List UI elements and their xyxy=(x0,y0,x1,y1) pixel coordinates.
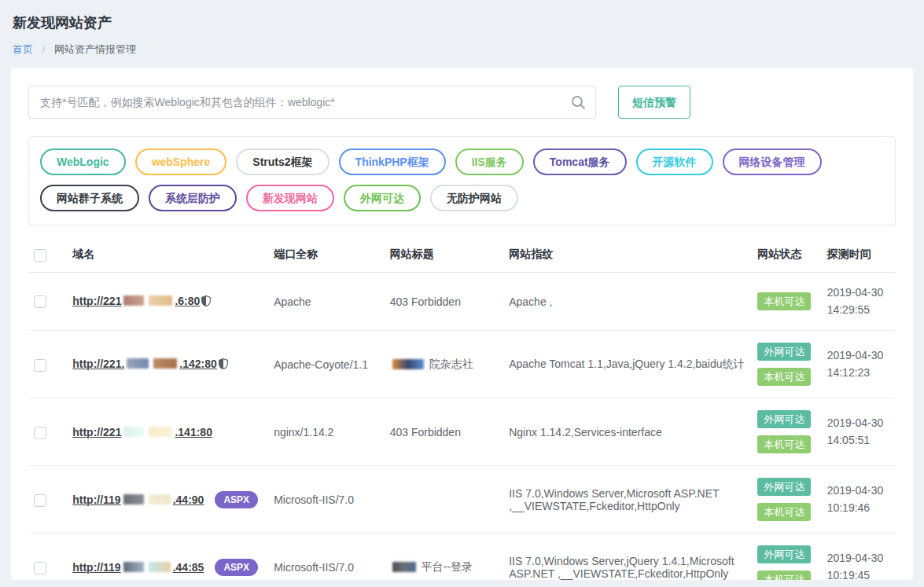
filter-tag[interactable]: 网站群子系统 xyxy=(40,185,139,211)
filter-tag[interactable]: IIS服务 xyxy=(455,149,524,175)
status-badge: 外网可达 xyxy=(757,478,811,496)
detect-time-cell: 2019-04-30 14:12:23 xyxy=(827,331,896,398)
fingerprint-cell: IIS 7.0,Windows Server,jQuery 1.4.1,Micr… xyxy=(509,534,757,580)
row-checkbox[interactable] xyxy=(34,427,46,439)
redacted-text xyxy=(127,358,149,369)
breadcrumb-separator: / xyxy=(42,43,46,55)
row-checkbox[interactable] xyxy=(34,295,46,308)
search-input[interactable] xyxy=(28,86,596,119)
column-header: 探测时间 xyxy=(827,238,896,273)
redacted-text xyxy=(123,427,144,437)
site-status-cell: 外网可达本机可达 xyxy=(757,398,826,466)
site-title-cell: 403 Forbidden xyxy=(390,398,510,466)
filter-tag[interactable]: 网络设备管理 xyxy=(723,149,822,175)
table-row: http://221..142:80Apache-Coyote/1.1院杂志社A… xyxy=(28,331,896,398)
filter-tag[interactable]: 新发现网站 xyxy=(246,185,334,211)
column-header: 网站状态 xyxy=(757,238,826,273)
fingerprint-cell: Apache Tomcat 1.1,Java,jQuery 1.4.2,baid… xyxy=(509,331,757,398)
table-row: http://221.6:80Apache403 ForbiddenApache… xyxy=(28,273,896,331)
table-row: http://119.44:90ASPXMicrosoft-IIS/7.0IIS… xyxy=(28,466,896,534)
port-name-cell: Apache-Coyote/1.1 xyxy=(274,331,390,398)
site-status-cell: 外网可达本机可达 xyxy=(757,466,826,534)
breadcrumb-home-link[interactable]: 首页 xyxy=(13,43,33,55)
redacted-text xyxy=(149,494,171,504)
site-status-cell: 外网可达本机可达 xyxy=(757,331,826,398)
breadcrumb-current: 网站资产情报管理 xyxy=(54,43,136,55)
column-header: 端口全称 xyxy=(274,238,390,273)
page-title: 新发现网站资产 xyxy=(13,13,911,32)
aspx-badge: ASPX xyxy=(215,559,258,576)
table-row: http://119.44:85ASPXMicrosoft-IIS/7.0平台-… xyxy=(28,534,896,580)
detect-time-cell: 2019-04-30 14:05:51 xyxy=(827,398,896,466)
site-title-cell: 平台--登录 xyxy=(390,534,510,580)
site-status-cell: 本机可达 xyxy=(757,273,826,331)
row-checkbox[interactable] xyxy=(34,494,46,507)
filter-tag[interactable]: 无防护网站 xyxy=(430,185,518,211)
redacted-text xyxy=(123,494,144,504)
detect-time-cell: 2019-04-30 10:19:46 xyxy=(827,466,896,534)
site-url-link[interactable]: http://119.44:85 xyxy=(72,561,204,574)
row-checkbox[interactable] xyxy=(34,359,46,372)
detect-time-cell: 2019-04-30 14:29:55 xyxy=(827,273,896,331)
site-url-link[interactable]: http://221.6:80 xyxy=(72,295,200,307)
assets-table: 域名端口全称网站标题网站指纹网站状态探测时间 http://221.6:80Ap… xyxy=(28,238,896,580)
search-row: 短信预警 xyxy=(28,86,896,119)
status-badge: 本机可达 xyxy=(757,503,811,521)
filter-tag[interactable]: 开源软件 xyxy=(636,149,713,175)
status-badge: 本机可达 xyxy=(757,570,811,580)
breadcrumb: 首页 / 网站资产情报管理 xyxy=(13,42,911,68)
status-badge: 本机可达 xyxy=(757,368,811,386)
redacted-text xyxy=(123,295,144,306)
redacted-text xyxy=(392,562,416,572)
redacted-text xyxy=(153,358,177,369)
status-badge: 外网可达 xyxy=(757,545,811,563)
table-header-row: 域名端口全称网站标题网站指纹网站状态探测时间 xyxy=(28,238,896,273)
filter-tag[interactable]: 系统层防护 xyxy=(149,185,237,211)
port-name-cell: Microsoft-IIS/7.0 xyxy=(274,534,390,580)
site-title-cell xyxy=(390,466,510,534)
column-header: 网站标题 xyxy=(390,238,510,273)
table-row: http://221.141:80nginx/1.14.2403 Forbidd… xyxy=(28,398,896,466)
status-badge: 外网可达 xyxy=(757,410,811,428)
site-title-cell: 院杂志社 xyxy=(390,331,510,398)
shield-icon xyxy=(219,358,228,372)
redacted-text xyxy=(392,359,424,369)
site-title-cell: 403 Forbidden xyxy=(390,273,510,331)
redacted-text xyxy=(123,562,144,572)
redacted-text xyxy=(149,427,172,437)
table-body: http://221.6:80Apache403 ForbiddenApache… xyxy=(28,273,896,581)
site-url-link[interactable]: http://119.44:90 xyxy=(72,493,204,506)
port-name-cell: Microsoft-IIS/7.0 xyxy=(274,466,390,534)
filter-tag[interactable]: ThinkPHP框架 xyxy=(339,149,446,175)
row-checkbox[interactable] xyxy=(34,562,46,574)
search-icon[interactable] xyxy=(570,94,586,110)
redacted-text xyxy=(149,295,172,306)
filter-tag[interactable]: 外网可达 xyxy=(344,185,421,211)
sms-alert-button[interactable]: 短信预警 xyxy=(618,86,690,119)
content-card: 短信预警 WebLogicwebSphereStruts2框架ThinkPHP框… xyxy=(11,68,913,580)
fingerprint-cell: IIS 7.0,Windows Server,Microsoft ASP.NET… xyxy=(509,466,757,534)
filter-tag[interactable]: Tomcat服务 xyxy=(533,149,627,175)
redacted-text xyxy=(149,562,171,572)
site-url-link[interactable]: http://221.141:80 xyxy=(72,426,212,438)
column-header: 网站指纹 xyxy=(509,238,757,273)
search-field-wrapper xyxy=(28,86,596,119)
fingerprint-cell: Apache , xyxy=(509,273,757,331)
filter-tags: WebLogicwebSphereStruts2框架ThinkPHP框架IIS服… xyxy=(28,136,896,226)
filter-tag[interactable]: Struts2框架 xyxy=(236,149,329,175)
site-status-cell: 外网可达本机可达 xyxy=(757,534,826,580)
select-all-checkbox[interactable] xyxy=(34,249,46,262)
column-header: 域名 xyxy=(72,238,274,273)
page-header: 新发现网站资产 首页 / 网站资产情报管理 xyxy=(0,0,924,68)
shield-icon xyxy=(201,295,211,309)
status-badge: 外网可达 xyxy=(757,343,811,361)
aspx-badge: ASPX xyxy=(215,491,258,508)
port-name-cell: Apache xyxy=(274,273,390,331)
filter-tag[interactable]: WebLogic xyxy=(40,149,126,175)
filter-tag[interactable]: webSphere xyxy=(135,149,227,175)
detect-time-cell: 2019-04-30 10:19:45 xyxy=(827,534,896,580)
status-badge: 本机可达 xyxy=(757,435,811,453)
port-name-cell: nginx/1.14.2 xyxy=(274,398,390,466)
site-url-link[interactable]: http://221..142:80 xyxy=(72,358,217,370)
status-badge: 本机可达 xyxy=(757,292,811,310)
